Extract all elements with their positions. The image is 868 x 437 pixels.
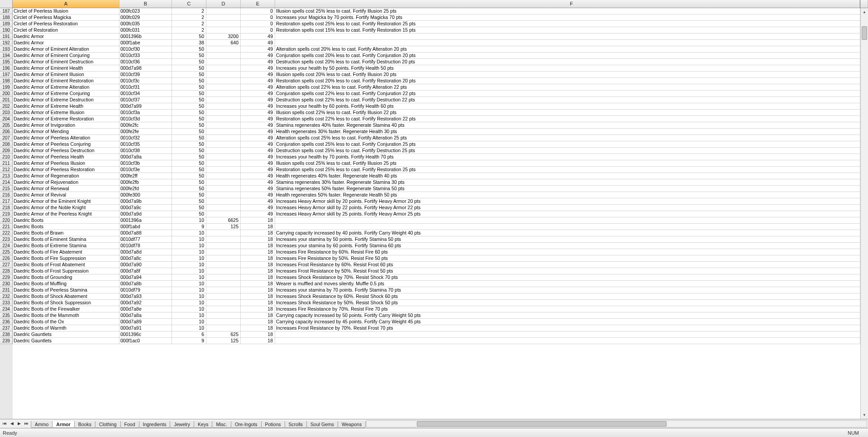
cell[interactable]: 0010cf31 [119,84,172,91]
cell[interactable]: Destruction spells cost 20% less to cast… [275,59,860,65]
cell[interactable]: Daedric Boots of Brawn [13,230,119,236]
cell[interactable] [206,135,241,141]
row-header[interactable]: 238 [0,331,13,338]
row-header[interactable]: 236 [0,319,13,325]
cell[interactable] [275,331,860,338]
cell[interactable]: Daedric Boots of the Firewalker [13,306,119,312]
cell[interactable] [206,116,241,122]
row-header[interactable]: 191 [0,34,13,40]
cell[interactable]: 10 [172,325,206,331]
cell[interactable]: Daedric Armor of Mending [13,129,119,135]
cell[interactable] [206,205,241,211]
row-header[interactable]: 221 [0,224,13,230]
cell[interactable]: Daedric Armor [13,40,119,46]
cell[interactable]: Daedric Boots of Grounding [13,274,119,281]
cell[interactable]: 49 [241,198,275,205]
cell[interactable]: Daedric Armor of Eminent Destruction [13,59,119,65]
cell[interactable]: Daedric Armor of Peerless Conjuring [13,141,119,148]
cell[interactable]: 0001396c [119,331,172,338]
cell[interactable]: 18 [241,293,275,300]
column-header-A[interactable]: A [13,0,119,8]
cell[interactable]: 50 [172,97,206,103]
cell[interactable]: 49 [241,65,275,72]
cell[interactable]: 10 [172,312,206,319]
cell[interactable] [206,129,241,135]
cell[interactable]: Increases Heavy Armor skill by 25 points… [275,211,860,217]
cell[interactable]: Daedric Armor of the Peerless Knight [13,211,119,217]
cell[interactable]: Daedric Boots of Muffling [13,281,119,287]
cell[interactable] [206,53,241,59]
cell[interactable]: Daedric Armor of Invigoration [13,122,119,129]
cell[interactable]: Daedric Boots of Frost Abatement [13,262,119,268]
cell[interactable]: 38 [172,40,206,46]
cell[interactable]: 10 [172,230,206,236]
sheet-tab-keys[interactable]: Keys [194,421,212,428]
cell[interactable]: Alteration spells cost 20% less to cast.… [275,46,860,53]
cell[interactable]: Daedric Boots of the Ox [13,319,119,325]
cell[interactable]: Daedric Armor of Extreme Restoration [13,116,119,122]
cell[interactable]: 000d7a8c [119,255,172,262]
cell[interactable]: Conjuration spells cost 22% less to cast… [275,91,860,97]
cell[interactable]: 50 [172,72,206,78]
row-header[interactable]: 239 [0,338,13,344]
cell[interactable]: Increases your Magicka by 70 points. For… [275,14,860,21]
cell[interactable]: 0 [241,8,275,14]
cell[interactable] [206,167,241,173]
cell[interactable]: 50 [172,167,206,173]
cell[interactable]: 18 [241,312,275,319]
cell[interactable]: 18 [241,281,275,287]
cell[interactable]: Daedric Armor of Peerless Destruction [13,148,119,154]
cell[interactable]: 18 [241,338,275,344]
cell[interactable]: 0010cf32 [119,135,172,141]
cell[interactable]: 49 [241,141,275,148]
sheet-tab-armor[interactable]: Armor [52,421,75,428]
column-header-F[interactable]: F [275,0,868,8]
cell[interactable]: 000d7a94 [119,274,172,281]
cell[interactable]: 18 [241,249,275,255]
cell[interactable] [206,179,241,186]
cell[interactable]: 000fe2fe [119,129,172,135]
row-header[interactable]: 207 [0,135,13,141]
cell[interactable]: 49 [241,211,275,217]
cell[interactable]: 10 [172,255,206,262]
cell[interactable]: Restoration spells cost 25% less to cast… [275,167,860,173]
cell[interactable]: Wearer is muffled and moves silently. Mu… [275,281,860,287]
cell[interactable]: Increases Heavy Armor skill by 22 points… [275,205,860,211]
cell[interactable]: 2 [172,27,206,34]
cell[interactable]: Increases your health by 50 points. Fort… [275,65,860,72]
cell[interactable]: 0010cf39 [119,72,172,78]
cell[interactable]: 18 [241,230,275,236]
cell[interactable]: 49 [241,192,275,198]
cell[interactable]: 0010cf3d [119,116,172,122]
cell[interactable]: 0010cf30 [119,46,172,53]
cell[interactable]: 000d7a9d [119,211,172,217]
cell[interactable]: 0010cf3e [119,167,172,173]
cell[interactable]: 18 [241,243,275,249]
cell[interactable]: Daedric Armor of Extreme Alteration [13,84,119,91]
cell[interactable]: 50 [172,205,206,211]
cell[interactable]: 640 [206,40,241,46]
row-header[interactable]: 193 [0,46,13,53]
cell[interactable]: 49 [241,160,275,167]
cell[interactable]: Daedric Armor of Peerless Illusion [13,160,119,167]
vertical-scrollbar[interactable]: ▲ ▼ [860,8,868,419]
cell[interactable]: 18 [241,319,275,325]
cell[interactable]: Daedric Armor of Eminent Conjuring [13,53,119,59]
row-header[interactable]: 198 [0,78,13,84]
cell[interactable]: Carrying capacity increased by 50 points… [275,312,860,319]
row-header[interactable]: 229 [0,274,13,281]
cell[interactable] [206,154,241,160]
cell[interactable]: 0010cf3c [119,78,172,84]
cell[interactable]: 000d7a8a [119,312,172,319]
row-header[interactable]: 220 [0,217,13,224]
cell[interactable]: 6625 [206,217,241,224]
cell[interactable]: 18 [241,274,275,281]
cell[interactable]: 10 [172,268,206,274]
cell[interactable]: Daedric Armor of Revival [13,192,119,198]
cell[interactable]: Stamina regenerates 40% faster. Regenera… [275,122,860,129]
cell[interactable]: 000d7a8e [119,306,172,312]
cell[interactable]: 000d7a9a [119,154,172,160]
cell[interactable]: 10 [172,281,206,287]
row-header[interactable]: 227 [0,262,13,268]
tab-prev-icon[interactable]: ◀ [8,420,15,427]
